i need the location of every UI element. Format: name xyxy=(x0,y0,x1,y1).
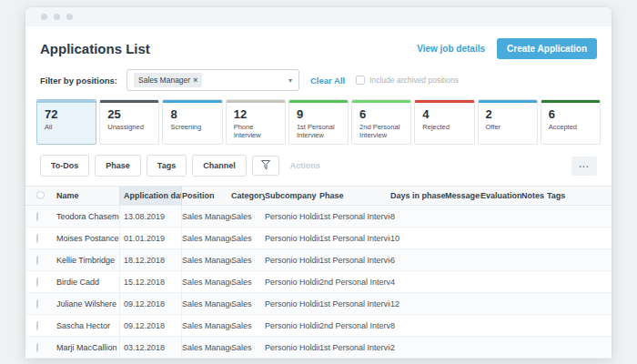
row-checkbox[interactable] xyxy=(36,299,38,308)
tab-offer[interactable]: 2 Offer xyxy=(478,99,538,145)
tab-label: All xyxy=(45,123,93,131)
tags-filter-button[interactable]: Tags xyxy=(147,155,187,177)
phase-filter-button[interactable]: Phase xyxy=(95,155,141,177)
days-in-phase-cell: 6 xyxy=(390,256,445,265)
create-application-button[interactable]: Create Application xyxy=(497,38,597,59)
phase-cell: 1st Personal Interview xyxy=(319,299,390,308)
tab-count: 25 xyxy=(107,108,156,120)
position-cell: Sales Manager xyxy=(182,256,231,265)
applicant-name[interactable]: Teodora Chasemoore xyxy=(56,212,119,221)
col-evaluations[interactable]: Evaluations xyxy=(480,191,521,200)
todos-filter-button[interactable]: To-Dos xyxy=(40,155,89,177)
col-tags[interactable]: Tags xyxy=(547,191,612,200)
table-row[interactable]: Juliane Wilshere 09.12.2018 Sales Manage… xyxy=(25,293,612,315)
tab-count: 72 xyxy=(45,108,93,120)
application-date-cell: 15.12.2018 xyxy=(119,271,182,292)
days-in-phase-cell: 4 xyxy=(390,278,445,287)
col-name[interactable]: Name xyxy=(56,191,119,200)
col-messages[interactable]: Messages xyxy=(445,191,480,200)
applicant-name[interactable]: Birdie Cadd xyxy=(56,278,119,287)
tab-unassigned[interactable]: 25 Unassigned xyxy=(99,99,159,145)
row-checkbox[interactable] xyxy=(36,343,38,352)
col-category[interactable]: Category xyxy=(231,191,265,200)
clear-all-link[interactable]: Clear All xyxy=(310,76,345,86)
channel-filter-button[interactable]: Channel xyxy=(192,155,247,177)
col-phase[interactable]: Phase xyxy=(319,191,390,200)
days-in-phase-cell: 8 xyxy=(390,321,445,330)
applications-table: Name Application date▾ Position Category… xyxy=(25,186,612,359)
tab-screening[interactable]: 8 Screening xyxy=(162,99,222,145)
select-all-checkbox[interactable] xyxy=(36,191,45,199)
subcompany-cell: Personio Holding xyxy=(265,278,319,287)
col-application-date-sorted[interactable]: Application date▾ xyxy=(119,187,182,205)
position-cell: Sales Manager xyxy=(182,343,231,352)
row-checkbox[interactable] xyxy=(36,278,38,287)
tab-1st-personal-interview[interactable]: 9 1st Personal Interview xyxy=(288,99,349,145)
tab-color-strip xyxy=(163,100,221,103)
tab-count: 6 xyxy=(549,108,597,120)
filter-positions-label: Filter by positions: xyxy=(40,76,117,86)
applicant-name[interactable]: Moises Postance xyxy=(56,234,119,243)
applicant-name[interactable]: Kellie Timbridge xyxy=(56,256,119,265)
phase-cell: 2nd Personal Interview xyxy=(319,278,390,287)
window-control-dot[interactable] xyxy=(66,14,73,20)
row-checkbox[interactable] xyxy=(36,256,38,265)
applicant-name[interactable]: Juliane Wilshere xyxy=(56,299,119,308)
application-date-cell: 09.12.2018 xyxy=(119,315,182,336)
col-position[interactable]: Position xyxy=(182,191,231,200)
table-header-row: Name Application date▾ Position Category… xyxy=(25,186,612,206)
applicant-name[interactable]: Sascha Hector xyxy=(56,321,119,330)
tab-count: 2 xyxy=(486,108,534,120)
page-title: Applications List xyxy=(40,41,150,56)
positions-select[interactable]: Sales Manager× ▾ xyxy=(126,69,299,91)
table-toolbar: To-Dos Phase Tags Channel Actions ... xyxy=(40,155,597,177)
funnel-filter-button[interactable] xyxy=(252,156,279,176)
tab-label: Phone Interview xyxy=(234,123,282,140)
table-row[interactable]: Marji MacCallion 03.12.2018 Sales Manage… xyxy=(25,337,612,359)
table-row[interactable]: Moises Postance 01.01.2019 Sales Manager… xyxy=(25,228,612,249)
category-cell: Sales xyxy=(231,212,265,221)
tab-count: 4 xyxy=(422,108,470,120)
phase-cell: 1st Personal Interview xyxy=(319,256,390,265)
position-cell: Sales Manager xyxy=(182,212,231,221)
application-date-cell: 09.12.2018 xyxy=(119,293,182,314)
actions-button-disabled: Actions xyxy=(290,161,320,170)
table-row[interactable]: Birdie Cadd 15.12.2018 Sales Manager Sal… xyxy=(25,271,612,293)
row-checkbox[interactable] xyxy=(36,212,38,221)
tab-label: Accepted xyxy=(549,123,597,131)
phase-cell: 1st Personal Interview xyxy=(319,212,390,221)
table-row[interactable]: Kellie Timbridge 18.12.2018 Sales Manage… xyxy=(25,249,612,271)
position-cell: Sales Manager xyxy=(182,234,231,243)
table-row[interactable]: Teodora Chasemoore 13.08.2019 Sales Mana… xyxy=(25,206,612,228)
row-checkbox[interactable] xyxy=(36,321,38,330)
application-date-cell: 13.08.2019 xyxy=(119,206,182,227)
col-subcompany[interactable]: Subcompany xyxy=(265,191,319,200)
days-in-phase-cell: 2 xyxy=(390,343,445,352)
window-control-dot[interactable] xyxy=(41,14,47,20)
col-notes[interactable]: Notes xyxy=(521,191,547,200)
tab-count: 9 xyxy=(297,108,345,120)
window-titlebar xyxy=(25,7,612,26)
tab-all[interactable]: 72 All xyxy=(36,99,96,145)
table-row[interactable]: Sascha Hector 09.12.2018 Sales Manager S… xyxy=(25,315,612,337)
more-options-button[interactable]: ... xyxy=(571,157,597,176)
subcompany-cell: Personio Holding xyxy=(265,256,319,265)
view-job-details-link[interactable]: View job details xyxy=(417,44,485,54)
tab-phone-interview[interactable]: 12 Phone Interview xyxy=(226,99,286,145)
row-checkbox[interactable] xyxy=(36,234,38,243)
window-control-dot[interactable] xyxy=(54,14,60,20)
category-cell: Sales xyxy=(231,321,265,330)
col-days-in-phase[interactable]: Days in phaseⓘ xyxy=(390,191,445,201)
subcompany-cell: Personio Holding xyxy=(265,212,319,221)
include-archived-checkbox[interactable] xyxy=(356,76,365,85)
applicant-name[interactable]: Marji MacCallion xyxy=(56,343,119,352)
position-tag: Sales Manager× xyxy=(134,73,202,87)
tab-2nd-personal-interview[interactable]: 6 2nd Personal Interview xyxy=(351,99,411,145)
position-tag-label: Sales Manager xyxy=(138,76,190,85)
remove-tag-icon[interactable]: × xyxy=(193,76,197,85)
tab-rejected[interactable]: 4 Rejected xyxy=(414,99,474,145)
tab-color-strip xyxy=(100,100,158,103)
tab-accepted[interactable]: 6 Accepted xyxy=(541,99,601,145)
subcompany-cell: Personio Holding xyxy=(265,234,319,243)
subcompany-cell: Personio Holding xyxy=(265,299,319,308)
